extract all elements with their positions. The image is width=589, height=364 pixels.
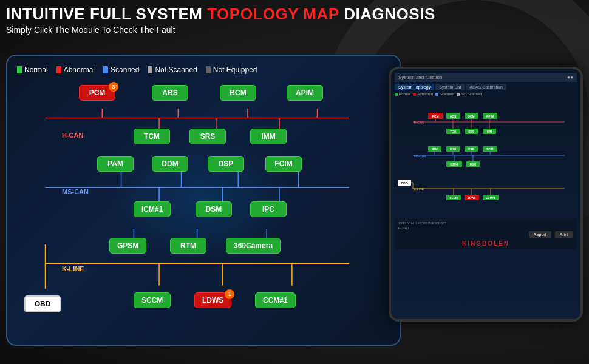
svg-text:ICM#1: ICM#1: [450, 163, 458, 166]
header: INTUITIVE FULL SYSTEM TOPOLOGY MAP DIAGN…: [6, 5, 583, 35]
node-srs[interactable]: SRS: [189, 129, 226, 144]
node-abs[interactable]: ABS: [152, 85, 188, 101]
tablet-topo-svg: OBD PCM ABS BCM: [395, 98, 577, 219]
node-gpsm[interactable]: GPSM: [109, 238, 146, 254]
tablet-topology-mini: OBD PCM ABS BCM: [395, 98, 577, 219]
legend-not-equipped-label: Not Equipped: [213, 66, 257, 74]
legend-not-equipped: Not Equipped: [206, 66, 257, 74]
tablet-model: FORD: [398, 226, 573, 230]
svg-text:H-CAN: H-CAN: [414, 121, 424, 124]
tablet-tab-adas[interactable]: ADAS Calibration: [466, 84, 506, 90]
bus-ms-can-label: MS-CAN: [62, 188, 89, 195]
svg-text:ABS: ABS: [450, 115, 457, 118]
node-dsm[interactable]: DSM: [196, 201, 232, 217]
svg-text:SRS: SRS: [468, 130, 474, 133]
tablet-vin: 2013 VIN: 1F130631E380655: [398, 221, 573, 225]
tablet-brand: KINGBOLEN: [398, 240, 573, 247]
legend: Normal Abnormal Scanned Not Scanned Not …: [17, 66, 390, 74]
legend-not-scanned-dot: [148, 66, 152, 73]
tablet-legend-scanned: Scanned: [435, 92, 454, 96]
node-ccm1[interactable]: CCM#1: [255, 292, 296, 308]
topology-map: Normal Abnormal Scanned Not Scanned Not …: [6, 55, 401, 346]
tablet-tabs: System Topology System List ADAS Calibra…: [395, 84, 577, 90]
tablet-device: System and function ●● System Topology S…: [346, 49, 589, 340]
title-part1: INTUITIVE FULL SYSTEM: [6, 5, 207, 24]
node-rtm[interactable]: RTM: [170, 238, 206, 254]
legend-not-scanned: Not Scanned: [148, 66, 197, 74]
svg-text:OBD: OBD: [401, 181, 408, 185]
tablet-tab-list[interactable]: System List: [435, 84, 465, 90]
bus-k-line-label: K-LINE: [62, 265, 84, 272]
legend-normal-dot: [17, 66, 22, 73]
node-ldws[interactable]: LDWS 1: [194, 292, 231, 308]
t-dot-normal: [395, 93, 398, 96]
svg-text:TCM: TCM: [450, 130, 456, 133]
tablet-tab-topology[interactable]: System Topology: [395, 84, 434, 90]
tablet-header: System and function ●●: [395, 73, 577, 82]
legend-scanned: Scanned: [103, 66, 139, 74]
svg-text:BCM: BCM: [468, 115, 474, 118]
legend-scanned-label: Scanned: [111, 66, 139, 74]
bus-h-can-label: H-CAN: [62, 132, 83, 139]
node-tcm[interactable]: TCM: [134, 129, 170, 144]
tablet-print-button[interactable]: Print: [555, 231, 573, 238]
tablet-screen: System and function ●● System Topology S…: [391, 69, 580, 319]
legend-not-equipped-dot: [206, 66, 211, 73]
t-dot-scanned: [435, 93, 438, 96]
svg-text:K-LINE: K-LINE: [414, 187, 424, 191]
t-dot-not-scanned: [457, 93, 460, 96]
svg-text:IMM: IMM: [487, 130, 492, 133]
tablet-body: System and function ●● System Topology S…: [389, 67, 583, 322]
svg-text:DSP: DSP: [468, 148, 474, 151]
tablet-legend-not-scanned: Not Scanned: [457, 92, 482, 96]
title-part2: DIAGNOSIS: [339, 5, 435, 24]
svg-text:MS-CAN: MS-CAN: [414, 154, 426, 158]
svg-text:FCIM: FCIM: [487, 148, 494, 151]
node-sccm[interactable]: SCCM: [134, 292, 171, 308]
node-fcim[interactable]: FCIM: [265, 156, 302, 172]
svg-text:CCM#1: CCM#1: [486, 197, 495, 200]
legend-abnormal-dot: [56, 66, 61, 73]
tablet-icons: ●●: [567, 75, 573, 80]
svg-text:DSM: DSM: [470, 163, 476, 166]
node-icm1[interactable]: ICM#1: [134, 201, 171, 217]
node-imm[interactable]: IMM: [250, 129, 287, 144]
legend-scanned-dot: [103, 66, 108, 73]
legend-abnormal-label: Abnormal: [64, 66, 95, 74]
svg-text:SCCM: SCCM: [449, 197, 458, 200]
legend-normal-label: Normal: [24, 66, 48, 74]
legend-not-scanned-label: Not Scanned: [155, 66, 197, 74]
svg-text:APIM: APIM: [486, 115, 494, 118]
node-apim[interactable]: APIM: [287, 85, 323, 101]
legend-normal: Normal: [17, 66, 48, 74]
subtitle: Simply Click The Module To Check The Fau…: [6, 25, 583, 35]
node-pcm[interactable]: PCM 3: [79, 85, 115, 101]
node-360camera[interactable]: 360Camera: [226, 238, 281, 254]
tablet-legend-normal: Normal: [395, 92, 410, 96]
svg-text:PCM: PCM: [432, 115, 438, 118]
svg-text:LDWS: LDWS: [468, 197, 475, 200]
tablet-legend: Normal Abnormal Scanned Not Scanned: [395, 92, 577, 96]
pcm-badge: 3: [109, 82, 118, 92]
node-bcm[interactable]: BCM: [220, 85, 256, 101]
t-dot-abnormal: [413, 93, 416, 96]
tablet-info-section: 2013 VIN: 1F130631E380655 FORD Report Pr…: [395, 219, 577, 249]
title-highlight: TOPOLOGY MAP: [207, 5, 339, 24]
main-title: INTUITIVE FULL SYSTEM TOPOLOGY MAP DIAGN…: [6, 5, 583, 24]
node-pam[interactable]: PAM: [97, 156, 134, 172]
ldws-badge: 1: [225, 289, 234, 299]
node-ddm[interactable]: DDM: [152, 156, 188, 172]
tablet-system-label: System and function: [398, 75, 442, 80]
legend-abnormal: Abnormal: [56, 66, 95, 74]
node-ipc[interactable]: IPC: [250, 201, 287, 217]
svg-text:PAM: PAM: [432, 148, 438, 151]
node-dsp[interactable]: DSP: [208, 156, 244, 172]
tablet-report-button[interactable]: Report: [529, 231, 551, 238]
tablet-legend-abnormal: Abnormal: [413, 92, 433, 96]
svg-text:DDM: DDM: [450, 148, 456, 151]
node-obd[interactable]: OBD: [24, 295, 61, 312]
